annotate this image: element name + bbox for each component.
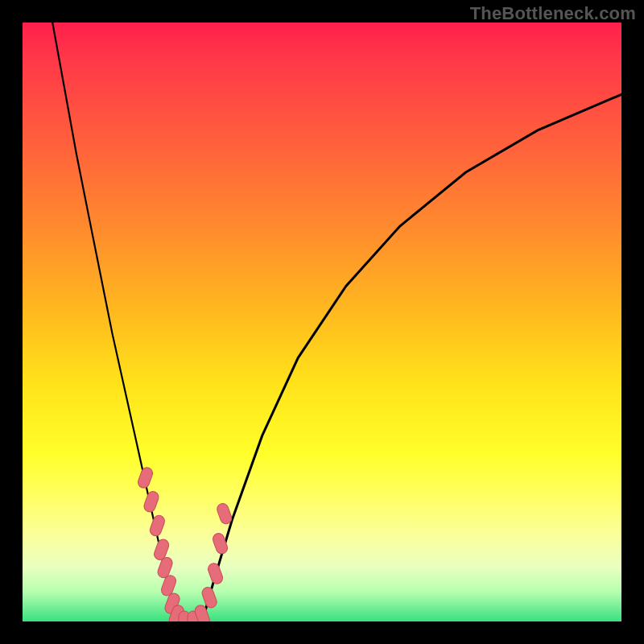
marker-point [142,490,160,514]
chart-frame: TheBottleneck.com [0,0,644,644]
watermark-text: TheBottleneck.com [470,3,636,24]
right-curve [202,94,621,621]
curve-layer [23,23,621,621]
marker-point [207,562,225,585]
marker-point [216,502,233,525]
marker-point [136,466,154,489]
marker-point [148,514,166,537]
plot-area [23,23,621,621]
